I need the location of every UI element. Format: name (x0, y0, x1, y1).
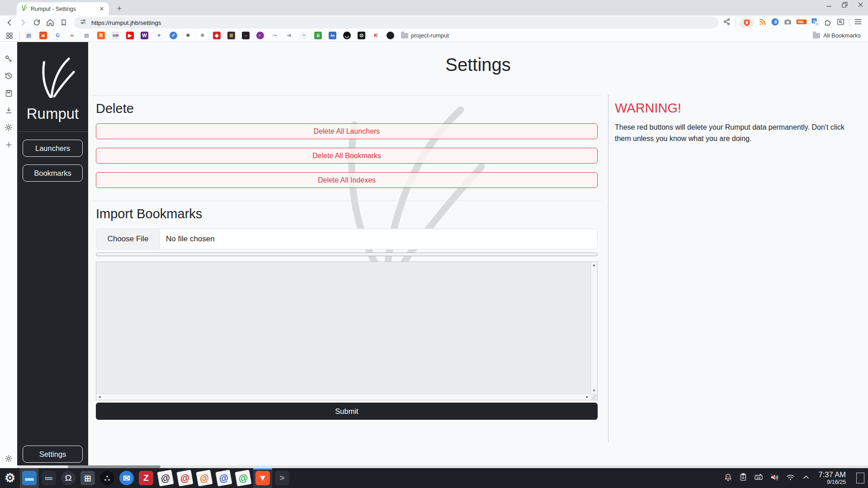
file-manager-icon[interactable]: ▬ (22, 471, 37, 485)
window-close-button[interactable] (858, 2, 863, 8)
gemini-sparkle-icon[interactable]: ✦ (155, 32, 163, 39)
brave-browser-icon[interactable]: ▼ (255, 471, 270, 485)
wifi-icon[interactable] (785, 473, 796, 484)
sidebar-search-icon[interactable] (836, 18, 845, 28)
keepassxc-icon[interactable]: Ω (61, 471, 75, 485)
spiral-black-icon[interactable]: @ (157, 469, 174, 486)
bookmark-page-icon[interactable] (58, 17, 70, 28)
show-desktop-button[interactable] (856, 473, 864, 483)
bowl-icon[interactable]: ◡ (343, 32, 351, 39)
downloads-icon[interactable] (4, 105, 14, 115)
new-tab-button[interactable]: + (113, 3, 125, 14)
url-bar[interactable]: https://rumput.jhb/settings (74, 17, 718, 28)
site-settings-icon[interactable] (80, 18, 87, 27)
xml-extension-icon[interactable]: XML (796, 18, 807, 27)
red-rings-icon[interactable]: ∞ (68, 32, 76, 39)
sidebar-item-launchers[interactable]: Launchers (23, 140, 83, 157)
swirl-purple-icon[interactable]: ◐ (256, 32, 264, 39)
home-icon[interactable] (44, 17, 56, 28)
apps-grid-icon[interactable] (5, 31, 14, 41)
clipboard-icon[interactable] (739, 473, 748, 483)
green-mascot-icon[interactable]: ö (314, 32, 322, 39)
bookmark-folder-project-rumput[interactable]: project-rumput (401, 32, 449, 39)
scroll-left-arrow[interactable]: ◄ (98, 395, 101, 399)
browser-tab[interactable]: Rumput - Settings ✕ (17, 2, 109, 15)
server-list-icon[interactable]: ≣ (227, 32, 235, 39)
settings-sliders-icon[interactable]: ≔ (42, 471, 56, 485)
document-icon[interactable]: ▤ (83, 32, 90, 39)
window-minimize-button[interactable] (826, 2, 832, 8)
spiral-orange-icon[interactable]: @ (196, 469, 212, 486)
ex-icon[interactable]: ≡X (285, 32, 293, 39)
two-dots-icon[interactable]: •• (242, 32, 250, 39)
blue-card-icon[interactable]: Aa (329, 32, 336, 39)
reading-list-icon[interactable] (4, 88, 14, 98)
scroll-down-arrow[interactable]: ▼ (592, 389, 596, 393)
delete-all-launchers-button[interactable]: Delete All Launchers (96, 123, 598, 139)
import-file-input[interactable]: Choose File No file chosen (96, 229, 598, 249)
calculator-icon[interactable]: ⊞ (80, 471, 95, 485)
tab-close-icon[interactable]: ✕ (98, 5, 105, 13)
obs-icon[interactable]: ∴ (100, 471, 114, 485)
orange-app-icon[interactable]: ж (39, 32, 47, 39)
submit-button[interactable]: Submit (96, 403, 598, 420)
menu-icon[interactable] (854, 17, 863, 28)
thunderbird-icon[interactable]: ✉ (119, 471, 134, 485)
delete-all-bookmarks-button[interactable]: Delete All Bookmarks (96, 148, 598, 164)
bottom-settings-icon[interactable] (4, 454, 14, 464)
openai-gray-icon[interactable]: ✳ (198, 32, 206, 39)
choose-file-button[interactable]: Choose File (96, 229, 160, 249)
translate-extension-icon[interactable]: Aa (811, 18, 820, 28)
w-purple-icon[interactable]: W (141, 32, 148, 39)
b-orange-icon[interactable]: B (97, 32, 105, 39)
notes-icon[interactable]: ▤ (25, 32, 33, 39)
notifications-muted-icon[interactable] (723, 473, 733, 484)
blue-b-extension-icon[interactable]: B (771, 18, 779, 28)
textarea-vertical-scrollbar[interactable]: ▲▼ (590, 262, 597, 394)
github-icon[interactable] (387, 32, 394, 39)
svg-text:XML: XML (797, 20, 804, 23)
globe-clock-icon[interactable]: ◔ (300, 32, 307, 39)
kde-launcher-icon[interactable]: ⚙ (3, 471, 17, 485)
history-icon[interactable] (4, 71, 14, 81)
textarea-horizontal-scrollbar[interactable]: ◄► (96, 394, 590, 400)
textarea-resize-grip[interactable] (592, 395, 596, 399)
rss-extension-icon[interactable] (758, 18, 767, 28)
google-icon[interactable]: G (54, 32, 61, 39)
cat-icon[interactable]: ⊙ (358, 32, 365, 39)
dots-plus-icon[interactable]: ∷+ (271, 32, 278, 39)
sm-icon[interactable]: S/M (112, 32, 119, 39)
youtube-icon[interactable]: ▶ (126, 32, 134, 39)
spiral-red-icon[interactable]: @ (176, 469, 193, 486)
spiral-green-icon[interactable]: @ (235, 469, 251, 486)
keyboard-layout-icon[interactable] (754, 473, 764, 483)
sidebar-item-bookmarks[interactable]: Bookmarks (23, 164, 83, 182)
scroll-right-arrow[interactable]: ► (585, 395, 589, 399)
all-bookmarks-button[interactable]: All Bookmarks (813, 32, 863, 39)
import-textarea[interactable]: ▲▼ ◄► (96, 262, 598, 400)
brave-shield-icon[interactable] (740, 18, 754, 28)
add-new-icon[interactable] (4, 140, 14, 150)
taskbar-clock[interactable]: 7:37 AM 9/16/25 (818, 470, 846, 485)
red-shield-icon[interactable]: ◆ (213, 32, 221, 39)
sidebar-item-settings[interactable]: Settings (23, 446, 83, 463)
openai-dark-icon[interactable]: ✳ (184, 32, 192, 39)
strip-settings-icon[interactable] (4, 122, 14, 132)
window-restore-button[interactable] (842, 2, 848, 8)
expand-tray-icon[interactable] (802, 473, 811, 483)
delete-all-indexes-button[interactable]: Delete All Indexes (96, 172, 598, 188)
back-icon[interactable] (4, 17, 15, 28)
terminal-icon[interactable]: > (275, 471, 289, 485)
passwords-key-icon[interactable] (4, 54, 14, 64)
extensions-puzzle-icon[interactable] (824, 18, 832, 28)
spiral-blue-icon[interactable]: @ (215, 469, 232, 486)
volume-muted-icon[interactable] (769, 472, 779, 484)
camera-extension-icon[interactable] (783, 18, 792, 28)
share-icon[interactable] (723, 18, 731, 28)
forward-icon[interactable] (17, 17, 29, 28)
blue-check-icon[interactable]: ✓ (170, 32, 177, 39)
scroll-up-arrow[interactable]: ▲ (592, 263, 596, 267)
reload-icon[interactable] (31, 17, 42, 28)
k-red-icon[interactable]: K (372, 32, 380, 39)
zotero-icon[interactable]: Z (139, 471, 153, 485)
